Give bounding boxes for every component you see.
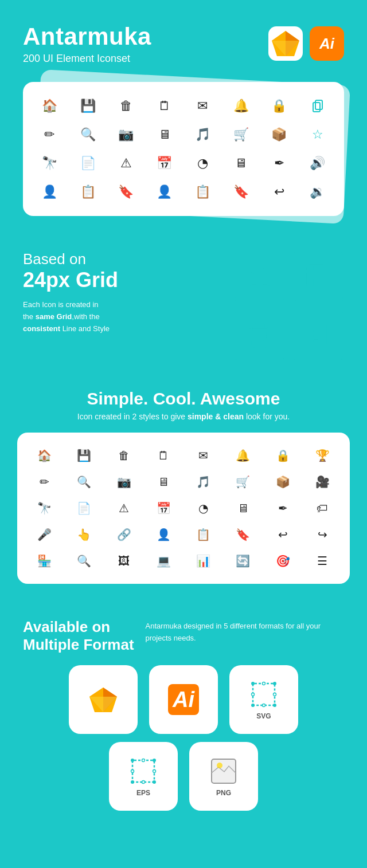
icon-grid2-row4: 🎤 👆 🔗 👤 📋 🔖 ↩ ↪ xyxy=(29,525,338,544)
icon-music: 🎵 xyxy=(192,124,213,145)
icon-home: 🏠 xyxy=(39,96,60,116)
ic-hand: 👆 xyxy=(75,525,93,544)
format-desc: Antarmuka designed in 5 different format… xyxy=(146,618,344,645)
ic-bookmark: 🔖 xyxy=(234,525,252,544)
ic-box2: 📦 xyxy=(274,473,292,491)
grid-icon-delete xyxy=(234,309,286,360)
svg-point-20 xyxy=(263,704,266,707)
svg-rect-5 xyxy=(313,103,320,112)
ic-history: ↩ xyxy=(274,525,292,544)
icon-camera: 📷 xyxy=(116,124,136,145)
preview-section: 🏠 💾 🗑 🗒 ✉ 🔔 🔒 ✏ 🔍 📷 🖥 xyxy=(0,82,367,233)
grid-icon-list xyxy=(292,309,344,360)
ic-refresh: 🔄 xyxy=(234,552,252,570)
svg-point-30 xyxy=(131,770,134,773)
svg-point-17 xyxy=(251,704,255,707)
ic-bell: 🔔 xyxy=(234,446,252,465)
ic-laptop: 💻 xyxy=(154,552,173,570)
icon-bookmark: 🔖 xyxy=(231,182,251,202)
icon-cart: 🛒 xyxy=(231,124,251,145)
grid-icons xyxy=(234,250,344,360)
format-icons-row2: EPS PNG xyxy=(23,742,344,811)
svg-point-16 xyxy=(273,682,276,685)
app-subtitle: 200 UI Element Iconset xyxy=(23,53,151,65)
grid-icon-home xyxy=(234,250,286,302)
icon-doc: 📄 xyxy=(77,153,98,174)
svg-point-24 xyxy=(131,759,134,762)
ic-video: 🎥 xyxy=(313,473,331,491)
icon-pie: ◔ xyxy=(192,153,213,174)
ic-pie: ◔ xyxy=(194,499,213,517)
svg-point-29 xyxy=(142,781,145,784)
format-row: Available on Multiple Format Antarmuka d… xyxy=(23,618,344,654)
ai-icon: Ai xyxy=(168,684,199,715)
icon-binoculars: 🔭 xyxy=(39,153,60,174)
icon-volume-up: 🔊 xyxy=(307,153,328,174)
ic-cart: 🛒 xyxy=(234,473,252,491)
icon-monitor: 🖥 xyxy=(231,153,251,174)
svg-point-27 xyxy=(153,780,156,784)
svg-point-22 xyxy=(274,693,276,696)
ic-pencil: ✒ xyxy=(274,499,292,517)
ic-warning: ⚠ xyxy=(115,499,133,517)
ic-music: 🎵 xyxy=(194,473,213,491)
icon-warning: ⚠ xyxy=(116,153,136,174)
icon-volume-down: 🔉 xyxy=(307,182,328,202)
icon-grid-row4: 👤 📋 🔖 👤 📋 🔖 ↩ 🔉 xyxy=(34,182,333,202)
icon-pen: ✒ xyxy=(269,153,290,174)
icon-eraser: 🔖 xyxy=(116,182,136,202)
icon-delete: 🗑 xyxy=(116,96,136,116)
ic-store: 🏪 xyxy=(36,552,54,570)
icon-grid2-row5: 🏪 🔍 🖼 💻 📊 🔄 🎯 ☰ xyxy=(29,552,338,570)
svg-point-31 xyxy=(153,770,156,773)
header-text: Antarmuka 200 UI Element Iconset xyxy=(23,23,151,65)
ic-link: 🔗 xyxy=(115,525,133,544)
app-title: Antarmuka xyxy=(23,23,151,50)
ic-search2: 🔍 xyxy=(75,552,93,570)
ic-home: 🏠 xyxy=(36,446,54,465)
icon-grid2-row2: ✏ 🔍 📷 🖥 🎵 🛒 📦 🎥 xyxy=(29,473,338,491)
eps-label: EPS xyxy=(136,789,150,797)
ic-doc: 📄 xyxy=(75,499,93,517)
icon-grid-row1: 🏠 💾 🗑 🗒 ✉ 🔔 🔒 xyxy=(34,96,333,116)
format-badge-svg: SVG xyxy=(229,665,298,734)
icon-copy xyxy=(307,96,328,116)
svg-point-18 xyxy=(273,704,276,707)
format-badge-ai: Ai xyxy=(149,665,218,734)
icon-bell: 🔔 xyxy=(231,96,251,116)
icon-list: 🗒 xyxy=(154,96,175,116)
format-badge-sketch xyxy=(69,665,138,734)
ic-menu: ☰ xyxy=(313,552,331,570)
svg-rect-4 xyxy=(315,100,322,109)
sca-title: Simple. Cool. Awesome xyxy=(23,389,344,409)
icon-preview-card: 🏠 💾 🗑 🗒 ✉ 🔔 🔒 ✏ 🔍 📷 🖥 xyxy=(23,82,344,216)
icon-card: 🏠 💾 🗑 🗒 ✉ 🔔 🔒 🏆 ✏ 🔍 📷 🖥 🎵 🛒 📦 🎥 🔭 📄 ⚠ 📅 xyxy=(17,433,350,584)
icon-grid-row2: ✏ 🔍 📷 🖥 🎵 🛒 📦 ☆ xyxy=(34,124,333,145)
svg-point-19 xyxy=(263,682,266,685)
ic-list: 🗒 xyxy=(154,446,173,465)
icon-save: 💾 xyxy=(77,96,98,116)
svg-rect-14 xyxy=(253,684,275,705)
svg-point-15 xyxy=(251,682,255,685)
header-badges: Ai xyxy=(268,26,344,61)
ic-save: 💾 xyxy=(75,446,93,465)
sca-section: Simple. Cool. Awesome Icon created in 2 … xyxy=(0,378,367,427)
ic-trophy: 🏆 xyxy=(313,446,331,465)
icon-box: 📦 xyxy=(269,124,290,145)
ic-mic: 🎤 xyxy=(36,525,54,544)
format-badge-png: PNG xyxy=(189,742,258,811)
icon-edit: ✏ xyxy=(39,124,60,145)
svg-rect-23 xyxy=(132,760,154,782)
ic-search: 🔍 xyxy=(75,473,93,491)
ic-camera: 📷 xyxy=(115,473,133,491)
sca-subtitle: Icon created in 2 styles to give simple … xyxy=(23,412,344,421)
ic-tag: 🏷 xyxy=(313,499,331,517)
card-stack: 🏠 💾 🗑 🗒 ✉ 🔔 🔒 ✏ 🔍 📷 🖥 xyxy=(23,82,344,216)
ic-image: 🖼 xyxy=(115,552,133,570)
svg-label: SVG xyxy=(256,712,271,720)
format-title: Available on Multiple Format xyxy=(23,618,134,654)
ic-lock: 🔒 xyxy=(274,446,292,465)
grid-text: Based on 24px Grid Each Icon is created … xyxy=(23,250,222,335)
svg-point-21 xyxy=(252,693,255,696)
svg-point-25 xyxy=(153,759,156,762)
